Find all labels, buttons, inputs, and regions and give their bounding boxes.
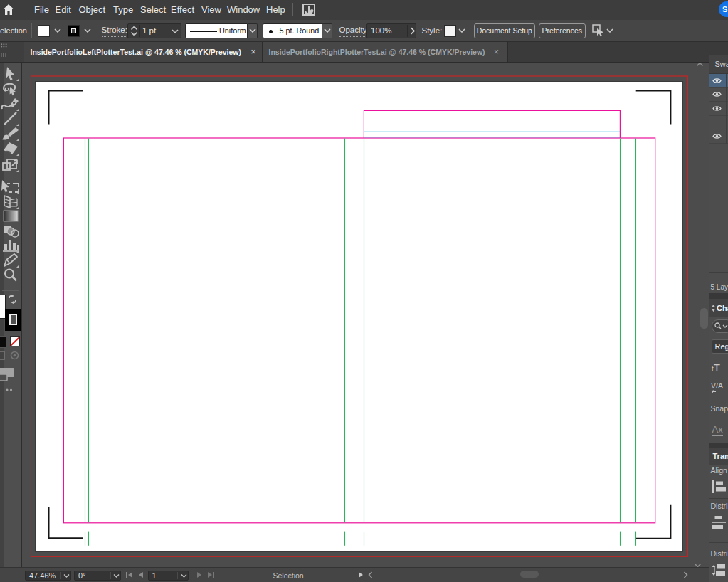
swap-fill-stroke-icon[interactable] bbox=[8, 295, 17, 304]
zoom-level-combo[interactable]: 47.46% bbox=[25, 571, 71, 581]
stroke-weight-value[interactable]: 1 pt bbox=[142, 24, 156, 38]
menu-select[interactable]: Select bbox=[140, 0, 166, 20]
opacity-label[interactable]: Opacity: bbox=[339, 25, 369, 37]
swatches-panel-tab[interactable]: Swat bbox=[709, 55, 728, 74]
tool-eraser[interactable] bbox=[0, 141, 21, 156]
vscroll-up-icon[interactable] bbox=[696, 63, 704, 67]
fill-dropdown-chevron-icon[interactable] bbox=[54, 28, 61, 33]
menu-type[interactable]: Type bbox=[113, 0, 133, 20]
tool-line-segment[interactable] bbox=[0, 111, 21, 126]
tool-paintbrush[interactable] bbox=[0, 126, 21, 141]
fill-color-swatch[interactable] bbox=[38, 25, 50, 37]
dock-grip-dots-icon[interactable] bbox=[1, 43, 7, 48]
layer-visibility-eye-icon[interactable] bbox=[712, 78, 722, 84]
stroke-label[interactable]: Stroke: bbox=[102, 25, 127, 37]
opacity-field[interactable]: 100% bbox=[366, 23, 416, 38]
distribute-spacing-icon[interactable] bbox=[712, 564, 726, 576]
stroke-dropdown-chevron-icon[interactable] bbox=[84, 28, 91, 33]
opacity-more-chevron-icon[interactable] bbox=[410, 27, 415, 35]
avatar[interactable]: S bbox=[719, 1, 728, 17]
tool-curvature[interactable] bbox=[0, 96, 21, 111]
first-artboard-icon[interactable] bbox=[125, 571, 133, 578]
layer-visibility-eye-icon[interactable] bbox=[712, 91, 722, 97]
hscroll-left-icon[interactable] bbox=[368, 571, 373, 578]
distribute-center-icon[interactable] bbox=[712, 516, 726, 529]
document-setup-button[interactable]: Document Setup bbox=[474, 23, 535, 38]
stroke-weight-field[interactable]: 1 pt bbox=[127, 23, 181, 38]
color-button[interactable] bbox=[0, 336, 6, 348]
toolbar-grip-icon[interactable] bbox=[1, 53, 8, 57]
transform-panel-tab[interactable]: Tran bbox=[709, 448, 728, 465]
stroke-weight-chevron-icon[interactable] bbox=[172, 29, 179, 33]
touch-workspace-icon[interactable] bbox=[302, 4, 316, 16]
tab-inactive-document[interactable]: InsidePortfolioRightPlotterTest.ai @ 47.… bbox=[263, 42, 508, 62]
draw-behind-icon[interactable] bbox=[10, 351, 19, 360]
tool-artboard[interactable] bbox=[0, 179, 21, 194]
hscroll-thumb[interactable] bbox=[520, 571, 539, 578]
menu-view[interactable]: View bbox=[201, 0, 221, 20]
last-artboard-icon[interactable] bbox=[207, 571, 215, 578]
glyph-snap-button[interactable]: Ax bbox=[712, 424, 723, 436]
brush-dropdown[interactable]: 5 pt. Round bbox=[263, 23, 322, 38]
width-profile-dropdown[interactable]: Uniform bbox=[185, 23, 248, 38]
collapse-arrows-icon[interactable] bbox=[711, 305, 716, 312]
edit-toolbar-dots-icon[interactable] bbox=[6, 388, 14, 391]
font-style-dropdown[interactable]: Regu bbox=[712, 339, 728, 354]
layers-list-divider bbox=[709, 272, 728, 273]
opacity-value[interactable]: 100% bbox=[371, 24, 391, 38]
menu-object[interactable]: Object bbox=[79, 0, 106, 20]
tab-active-document[interactable]: InsidePortfolioLeftPlotterTest.ai @ 47.4… bbox=[24, 42, 263, 62]
stroke-color-swatch[interactable] bbox=[68, 25, 80, 37]
next-artboard-icon[interactable] bbox=[196, 571, 203, 578]
previous-artboard-icon[interactable] bbox=[137, 571, 144, 578]
status-menu-arrow-icon[interactable] bbox=[358, 571, 364, 578]
layer-visibility-eye-icon[interactable] bbox=[712, 105, 722, 112]
layer-row[interactable] bbox=[709, 129, 728, 144]
tool-gradient[interactable] bbox=[0, 208, 21, 223]
tool-perspective-grid[interactable] bbox=[0, 194, 21, 209]
rotation-combo[interactable]: 0° bbox=[74, 571, 121, 581]
draw-normal-icon[interactable] bbox=[0, 351, 5, 360]
tool-scale[interactable] bbox=[0, 157, 21, 172]
brush-chevron-button[interactable] bbox=[322, 23, 332, 38]
style-swatch[interactable] bbox=[444, 25, 456, 37]
width-profile-chevron-button[interactable] bbox=[248, 23, 258, 38]
stroke-weight-stepper[interactable] bbox=[130, 26, 138, 36]
tool-lasso[interactable] bbox=[0, 81, 21, 96]
layer-row-selected[interactable] bbox=[709, 74, 728, 88]
vscroll-thumb[interactable] bbox=[700, 308, 708, 329]
layer-row-hidden[interactable] bbox=[709, 116, 728, 130]
tab-inactive-close-icon[interactable]: × bbox=[494, 42, 499, 62]
stroke-proxy[interactable] bbox=[5, 309, 21, 331]
menu-window[interactable]: Window bbox=[227, 0, 260, 20]
layer-visibility-eye-icon[interactable] bbox=[712, 133, 722, 139]
screen-mode-icon[interactable] bbox=[0, 368, 16, 381]
hscroll-right-icon[interactable] bbox=[683, 571, 688, 578]
tool-column-graph[interactable] bbox=[0, 238, 21, 253]
isolate-selection-icon[interactable] bbox=[592, 24, 605, 37]
home-icon[interactable] bbox=[3, 4, 14, 16]
tool-shape-builder[interactable] bbox=[0, 223, 21, 238]
canvas-pasteboard[interactable] bbox=[22, 63, 709, 567]
tab-active-close-icon[interactable]: × bbox=[251, 42, 256, 62]
artboard-number-combo[interactable]: 1 bbox=[148, 571, 189, 581]
layer-row[interactable] bbox=[709, 102, 728, 116]
layer-row[interactable] bbox=[709, 88, 728, 102]
style-chevron-icon[interactable] bbox=[458, 28, 465, 33]
tool-zoom[interactable] bbox=[0, 268, 21, 282]
menu-help[interactable]: Help bbox=[266, 0, 285, 20]
tool-knife[interactable] bbox=[0, 253, 21, 268]
isolate-chevron-icon[interactable] bbox=[606, 28, 613, 33]
character-panel-tab[interactable]: Cha bbox=[709, 299, 728, 317]
menu-file[interactable]: File bbox=[34, 0, 49, 20]
tool-selection[interactable] bbox=[0, 66, 21, 81]
align-left-icon[interactable] bbox=[712, 480, 726, 493]
menu-edit[interactable]: Edit bbox=[56, 0, 71, 20]
brush-value: 5 pt. Round bbox=[280, 24, 320, 38]
style-label[interactable]: Style: bbox=[422, 20, 443, 41]
menu-effect[interactable]: Effect bbox=[171, 0, 194, 20]
font-search-field[interactable] bbox=[712, 319, 728, 334]
preferences-button[interactable]: Preferences bbox=[539, 23, 586, 38]
none-button[interactable] bbox=[10, 336, 21, 346]
avatar-initial: S bbox=[722, 5, 727, 14]
